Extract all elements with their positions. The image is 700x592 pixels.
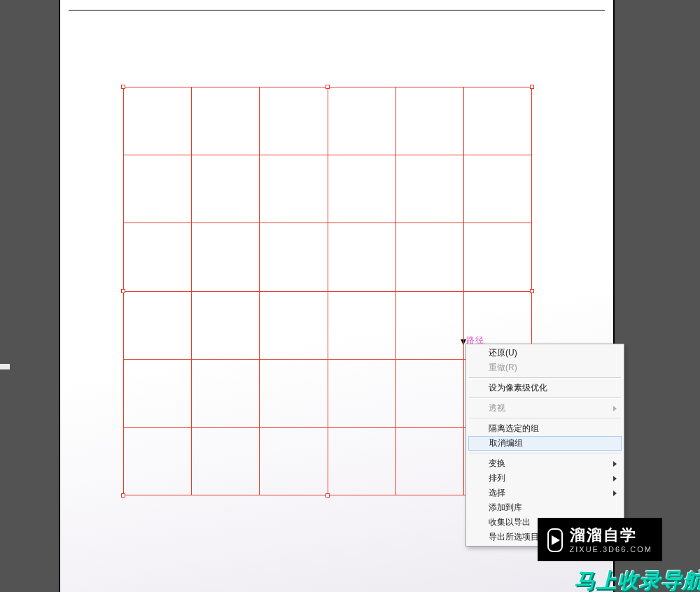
menu-separator — [469, 377, 621, 379]
menu-item-label: 取消编组 — [489, 437, 523, 449]
banner-text: 马上收录导航 — [574, 567, 700, 592]
menu-item-label: 透视 — [489, 402, 505, 414]
selection-handle[interactable] — [530, 85, 534, 89]
chevron-right-icon — [613, 406, 617, 411]
menu-separator — [469, 397, 621, 399]
watermark-url: ZIXUE.3D66.COM — [570, 545, 652, 554]
menu-item-perspective: 透视 — [468, 401, 622, 416]
selection-handle[interactable] — [121, 85, 125, 89]
menu-item-label: 添加到库 — [489, 502, 522, 514]
menu-item-select[interactable]: 选择 — [468, 486, 622, 500]
grid-line — [396, 87, 396, 495]
selection-handle[interactable] — [121, 289, 125, 293]
grid-line — [259, 87, 260, 495]
menu-item-label: 还原(U) — [489, 347, 517, 359]
selection-handle[interactable] — [121, 493, 125, 498]
watermark-badge: 溜溜自学 ZIXUE.3D66.COM — [538, 518, 662, 561]
menu-item-label: 隔离选定的组 — [489, 423, 539, 435]
watermark-title: 溜溜自学 — [570, 527, 652, 544]
chevron-right-icon — [613, 476, 617, 481]
menu-item-label: 设为像素级优化 — [489, 382, 547, 394]
menu-item-pixel-optimize[interactable]: 设为像素级优化 — [468, 381, 622, 395]
menu-separator — [469, 453, 621, 454]
menu-item-label: 导出所选项目 — [489, 531, 539, 543]
menu-item-add-to-library[interactable]: 添加到库 — [468, 500, 622, 515]
grid-line — [328, 87, 328, 495]
chevron-right-icon — [613, 461, 617, 467]
menu-item-arrange[interactable]: 排列 — [468, 471, 622, 486]
artboard-top-edge — [69, 10, 605, 10]
selection-handle[interactable] — [326, 493, 330, 498]
menu-item-transform[interactable]: 变换 — [468, 456, 622, 471]
menu-item-isolate-group[interactable]: 隔离选定的组 — [468, 421, 622, 436]
workspace: 路径 还原(U) 重做(R) — [0, 0, 700, 592]
chevron-right-icon — [613, 491, 617, 496]
grid-line — [191, 87, 192, 495]
menu-item-label: 选择 — [489, 487, 505, 499]
menu-separator — [469, 418, 621, 419]
menu-item-label: 变换 — [489, 458, 505, 470]
menu-item-undo[interactable]: 还原(U) — [468, 346, 622, 360]
context-menu[interactable]: 还原(U) 重做(R) 设为像素级优化 透视 隔离选定的组 取消编组 变换 排列 — [465, 344, 624, 547]
selection-handle[interactable] — [326, 85, 330, 89]
svg-marker-0 — [552, 535, 560, 545]
ruler-stub — [0, 364, 10, 369]
menu-item-label: 重做(R) — [489, 362, 517, 374]
grid-line — [463, 87, 464, 495]
menu-item-redo: 重做(R) — [468, 360, 622, 375]
menu-item-ungroup[interactable]: 取消编组 — [468, 436, 622, 451]
play-icon — [547, 528, 563, 552]
selection-handle[interactable] — [530, 289, 534, 293]
menu-item-label: 排列 — [489, 472, 505, 484]
menu-item-label: 收集以导出 — [489, 516, 531, 528]
